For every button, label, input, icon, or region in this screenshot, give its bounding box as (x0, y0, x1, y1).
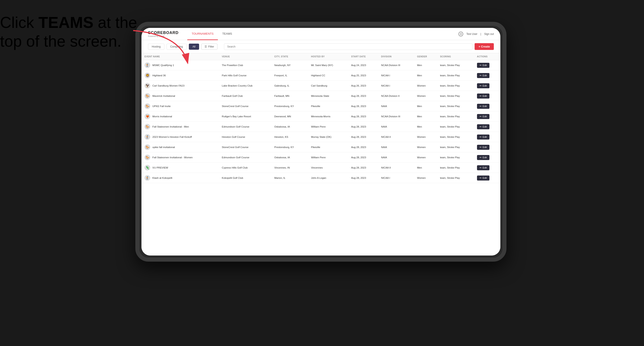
cell-division: NAIA (378, 101, 414, 111)
event-name-text: Klash at Kokopelli (152, 176, 172, 179)
edit-button[interactable]: ✏ Edit (477, 155, 490, 160)
cell-start-date: Aug 28, 2023 (348, 101, 378, 111)
edit-icon: ✏ (480, 136, 482, 139)
filter-button[interactable]: ☰ Filter (201, 44, 218, 50)
event-name-text: 2023 Women's Hesston Fall Kickoff (152, 136, 192, 138)
tab-competing[interactable]: Competing (166, 44, 187, 50)
cell-gender: Women (414, 91, 437, 101)
cell-city-state: Prestonsburg, KY (271, 142, 308, 152)
cell-city-state: Faribault, MN (271, 91, 308, 101)
edit-button[interactable]: ✏ Edit (477, 104, 490, 109)
cell-venue: StoneCrest Golf Course (219, 101, 271, 111)
cell-actions: ✏ Edit (474, 81, 500, 91)
nav-teams[interactable]: TEAMS (218, 28, 236, 40)
edit-button[interactable]: ✏ Edit (477, 94, 490, 99)
nav-tournaments[interactable]: TOURNAMENTS (187, 28, 218, 40)
tournaments-table-container: EVENT NAME VENUE CITY, STATE HOSTED BY S… (142, 53, 500, 256)
cell-scoring: team, Stroke Play (437, 101, 474, 111)
cell-scoring: team, Stroke Play (437, 132, 474, 142)
cell-venue: The Powelton Club (219, 60, 271, 70)
edit-button[interactable]: ✏ Edit (477, 175, 490, 180)
cell-actions: ✏ Edit (474, 70, 500, 81)
tab-all[interactable]: All (189, 44, 199, 50)
cell-venue: Faribault Golf Club (219, 91, 271, 101)
cell-division: NICAA II (378, 132, 414, 142)
cell-event-name: 🦊 Morris Invitational (142, 111, 219, 122)
cell-start-date: Aug 28, 2023 (348, 173, 378, 183)
edit-label: Edit (483, 74, 487, 77)
edit-label: Edit (483, 105, 487, 108)
cell-city-state: Oskaloosa, IA (271, 152, 308, 163)
instruction-text: Click TEAMS at the top of the screen. (0, 13, 137, 51)
cell-hosted-by: Highland CC (308, 70, 348, 81)
team-logo: 🐎 (144, 155, 150, 160)
edit-label: Edit (483, 84, 487, 87)
cell-venue: Edmundson Golf Course (219, 152, 271, 163)
cell-actions: ✏ Edit (474, 142, 500, 152)
col-division: DIVISION (378, 53, 414, 60)
table-row: 🐎 upike fall invitational StoneCrest Gol… (142, 142, 500, 152)
header-right: ⚙ Test User | Sign out (458, 32, 494, 36)
edit-icon: ✏ (480, 95, 482, 97)
cell-venue: StoneCrest Golf Course (219, 142, 271, 152)
cell-event-name: 🐎 Fall Statesmen Invitational - Women (142, 152, 219, 163)
cell-hosted-by: Minnesota-Morris (308, 111, 348, 122)
cell-venue: Park Hills Golf Course (219, 70, 271, 81)
edit-button[interactable]: ✏ Edit (477, 124, 490, 129)
cell-gender: Women (414, 142, 437, 152)
edit-button[interactable]: ✏ Edit (477, 145, 490, 150)
edit-button[interactable]: ✏ Edit (477, 114, 490, 119)
cell-gender: Men (414, 70, 437, 81)
cell-city-state: Prestonsburg, KY (271, 101, 308, 111)
cell-start-date: Aug 28, 2023 (348, 122, 378, 132)
edit-icon: ✏ (480, 125, 482, 128)
cell-gender: Women (414, 152, 437, 163)
team-logo: 🐎 (144, 124, 150, 130)
col-actions: ACTIONS (474, 53, 500, 60)
signout-link[interactable]: Sign out (484, 32, 494, 35)
cell-scoring: team, Stroke Play (437, 91, 474, 101)
cell-gender: Men (414, 101, 437, 111)
edit-icon: ✏ (480, 64, 482, 67)
tournaments-table: EVENT NAME VENUE CITY, STATE HOSTED BY S… (142, 53, 500, 183)
cell-event-name: 🦎 VU PREVIEW (142, 163, 219, 173)
edit-label: Edit (483, 136, 487, 138)
table-row: 🏌 Klash at Kokopelli Kokopelli Golf Club… (142, 173, 500, 183)
cell-start-date: Aug 28, 2023 (348, 152, 378, 163)
edit-button[interactable]: ✏ Edit (477, 165, 490, 170)
settings-icon[interactable]: ⚙ (458, 32, 463, 36)
cell-event-name: 🐎 Maverick Invitational (142, 91, 219, 101)
col-scoring: SCORING (437, 53, 474, 60)
cell-start-date: Aug 28, 2023 (348, 132, 378, 142)
cell-actions: ✏ Edit (474, 60, 500, 70)
toolbar: Hosting Competing All ☰ Filter + Create (142, 40, 500, 53)
cell-gender: Women (414, 81, 437, 91)
edit-label: Edit (483, 146, 487, 149)
event-name-text: Morris Invitational (152, 115, 172, 118)
event-name-text: VU PREVIEW (152, 166, 168, 169)
edit-icon: ✏ (480, 156, 482, 159)
edit-icon: ✏ (480, 84, 482, 87)
col-start-date: START DATE (348, 53, 378, 60)
cell-start-date: Aug 28, 2023 (348, 91, 378, 101)
edit-button[interactable]: ✏ Edit (477, 73, 490, 78)
tab-hosting[interactable]: Hosting (148, 44, 164, 50)
cell-venue: Hesston Golf Course (219, 132, 271, 142)
cell-division: NAIA (378, 142, 414, 152)
cell-hosted-by: William Penn (308, 122, 348, 132)
cell-start-date: Aug 25, 2023 (348, 70, 378, 81)
cell-event-name: 🏌 2023 Women's Hesston Fall Kickoff (142, 132, 219, 142)
cell-event-name: 🐎 Fall Statesmen Invitational - Men (142, 122, 219, 132)
search-input[interactable] (224, 43, 473, 50)
cell-event-name: 🦅 Carl Sandburg Women FA23 (142, 81, 219, 91)
cell-hosted-by: Mt. Saint Mary (NY) (308, 60, 348, 70)
create-button[interactable]: + Create (474, 43, 494, 50)
edit-button[interactable]: ✏ Edit (477, 135, 490, 140)
edit-button[interactable]: ✏ Edit (477, 63, 490, 68)
cell-venue: Kokopelli Golf Club (219, 173, 271, 183)
edit-button[interactable]: ✏ Edit (477, 83, 490, 88)
edit-label: Edit (483, 166, 487, 169)
user-name: Test User (466, 32, 478, 35)
cell-hosted-by: Murray State (OK) (308, 132, 348, 142)
table-body: 🏌 MSMC Qualifying 1 The Powelton Club Ne… (142, 60, 500, 183)
